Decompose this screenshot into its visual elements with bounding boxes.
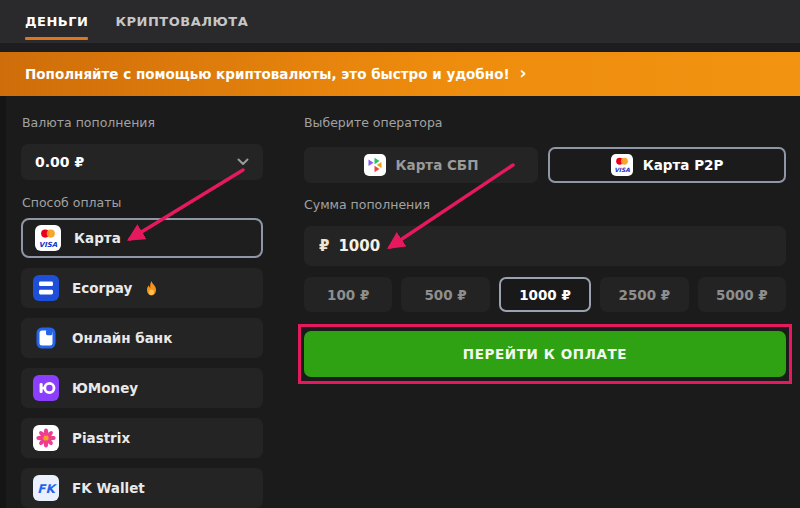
- operator-label: Выберите оператора: [304, 115, 442, 130]
- page-left-edge: [0, 96, 6, 508]
- deposit-page: ДЕНЬГИ КРИПТОВАЛЮТА Пополняйте с помощью…: [0, 0, 800, 508]
- method-label: FK Wallet: [72, 480, 145, 496]
- banner-text: Пополняйте с помощью криптовалюты, это б…: [25, 66, 510, 82]
- preset-5000[interactable]: 5000 ₽: [698, 277, 786, 312]
- visa-mastercard-icon: VISA: [611, 154, 633, 176]
- operator-sbp-card[interactable]: Карта СБП: [304, 147, 538, 183]
- chevron-right-icon: ›: [520, 65, 527, 82]
- operator-label-text: Карта СБП: [396, 157, 479, 173]
- svg-text:VISA: VISA: [614, 167, 630, 173]
- method-label: ЮMoney: [72, 380, 138, 396]
- currency-label: Валюта пополнения: [22, 115, 155, 130]
- preset-2500[interactable]: 2500 ₽: [600, 277, 688, 312]
- method-piastrix[interactable]: Piastrix: [21, 418, 263, 458]
- preset-500[interactable]: 500 ₽: [401, 277, 489, 312]
- method-ecorpay[interactable]: Ecorpay: [21, 268, 263, 308]
- method-card[interactable]: VISA Карта: [21, 218, 263, 258]
- method-label: Ecorpay: [72, 280, 132, 296]
- preset-1000[interactable]: 1000 ₽: [499, 277, 591, 312]
- header-divider: [0, 43, 800, 52]
- operator-p2p-card[interactable]: VISA Карта P2P: [548, 147, 786, 183]
- top-tab-bar: ДЕНЬГИ КРИПТОВАЛЮТА: [0, 0, 800, 43]
- amount-value: 1000: [338, 237, 380, 255]
- tab-money[interactable]: ДЕНЬГИ: [25, 0, 88, 43]
- crypto-promo-banner[interactable]: Пополняйте с помощью криптовалюты, это б…: [0, 52, 800, 96]
- amount-label: Сумма пополнения: [304, 197, 430, 212]
- ruble-symbol: ₽: [319, 237, 329, 255]
- method-yoomoney[interactable]: ЮMoney: [21, 368, 263, 408]
- method-label: Piastrix: [72, 430, 130, 446]
- chevron-down-icon: [237, 158, 249, 166]
- operator-label-text: Карта P2P: [643, 157, 724, 173]
- flame-icon: [145, 281, 158, 296]
- fk-wallet-icon: FK: [33, 475, 59, 501]
- sbp-icon: [364, 154, 386, 176]
- amount-presets-row: 100 ₽ 500 ₽ 1000 ₽ 2500 ₽ 5000 ₽: [304, 277, 786, 312]
- operator-row: Карта СБП VISA Карта P2P: [304, 147, 786, 183]
- currency-value: 0.00 ₽: [35, 154, 84, 170]
- ecorpay-icon: [33, 275, 59, 301]
- amount-input[interactable]: ₽ 1000: [304, 226, 786, 266]
- payment-method-label: Способ оплаты: [22, 195, 121, 210]
- online-bank-icon: [33, 325, 59, 351]
- method-label: Карта: [74, 230, 121, 246]
- visa-mastercard-icon: VISA: [35, 225, 61, 251]
- method-label: Онлайн банк: [72, 330, 172, 346]
- tab-crypto[interactable]: КРИПТОВАЛЮТА: [115, 0, 248, 43]
- svg-text:FK: FK: [37, 482, 57, 496]
- piastrix-icon: [33, 425, 59, 451]
- pay-button[interactable]: ПЕРЕЙТИ К ОПЛАТЕ: [304, 331, 786, 377]
- yoomoney-icon: [33, 375, 59, 401]
- method-fk-wallet[interactable]: FK FK Wallet: [21, 468, 263, 508]
- preset-100[interactable]: 100 ₽: [304, 277, 392, 312]
- method-online-bank[interactable]: Онлайн банк: [21, 318, 263, 358]
- currency-dropdown[interactable]: 0.00 ₽: [21, 144, 263, 180]
- svg-text:VISA: VISA: [39, 241, 58, 249]
